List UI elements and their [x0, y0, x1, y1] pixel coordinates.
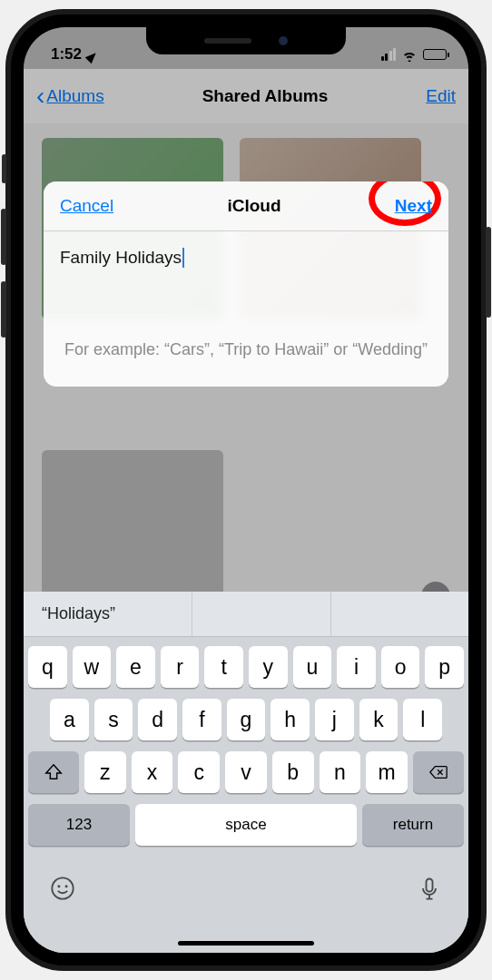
volume-down-button — [1, 281, 6, 338]
key-f[interactable]: f — [182, 699, 221, 740]
shift-key[interactable] — [28, 751, 79, 793]
key-h[interactable]: h — [271, 699, 310, 740]
key-c[interactable]: c — [178, 751, 220, 793]
status-time: 1:52 — [51, 45, 82, 64]
key-g[interactable]: g — [227, 699, 266, 740]
delete-key[interactable] — [413, 751, 464, 793]
key-j[interactable]: j — [315, 699, 354, 740]
album-name-value: Family Holidays — [60, 248, 182, 268]
key-x[interactable]: x — [132, 751, 173, 793]
suggestion-2[interactable] — [192, 592, 330, 636]
svg-rect-3 — [427, 879, 433, 892]
battery-icon — [423, 49, 447, 60]
album-name-input[interactable]: Family Holidays — [44, 231, 448, 331]
text-cursor — [182, 248, 184, 268]
key-d[interactable]: d — [138, 699, 177, 740]
emoji-button[interactable] — [49, 875, 76, 902]
key-z[interactable]: z — [84, 751, 126, 793]
key-r[interactable]: r — [161, 646, 200, 688]
cancel-button[interactable]: Cancel — [60, 196, 113, 216]
key-l[interactable]: l — [403, 699, 442, 740]
svg-point-0 — [52, 877, 73, 898]
key-n[interactable]: n — [320, 751, 361, 793]
input-hint-text: For example: “Cars”, “Trip to Hawaii” or… — [44, 331, 448, 387]
space-key[interactable]: space — [135, 804, 357, 846]
svg-point-2 — [65, 885, 68, 887]
dictation-button[interactable] — [416, 875, 443, 902]
svg-point-1 — [57, 885, 60, 887]
key-v[interactable]: v — [225, 751, 267, 793]
key-i[interactable]: i — [337, 646, 376, 688]
cellular-signal-icon — [381, 48, 397, 61]
key-a[interactable]: a — [50, 699, 89, 740]
power-button — [486, 227, 491, 318]
return-key[interactable]: return — [362, 804, 464, 846]
key-e[interactable]: e — [116, 646, 155, 688]
suggestion-3[interactable] — [331, 592, 468, 636]
key-s[interactable]: s — [94, 699, 133, 740]
phone-frame: 1:52 ‹ Albums Shared Albums E — [5, 9, 487, 971]
key-w[interactable]: w — [73, 646, 112, 688]
key-m[interactable]: m — [366, 751, 408, 793]
key-b[interactable]: b — [272, 751, 314, 793]
modal-title: iCloud — [227, 196, 280, 216]
new-shared-album-modal: Cancel iCloud Next Family Holidays For e… — [44, 181, 448, 387]
key-k[interactable]: k — [359, 699, 399, 740]
mute-switch — [2, 154, 6, 183]
volume-up-button — [1, 209, 6, 265]
key-y[interactable]: y — [249, 646, 288, 688]
key-p[interactable]: p — [425, 646, 464, 688]
key-u[interactable]: u — [293, 646, 332, 688]
device-notch — [146, 27, 346, 54]
key-q[interactable]: q — [28, 646, 67, 688]
key-t[interactable]: t — [204, 646, 243, 688]
next-button[interactable]: Next — [395, 196, 432, 216]
suggestion-1[interactable]: “Holidays” — [24, 592, 192, 636]
wifi-icon — [401, 48, 418, 61]
numeric-key[interactable]: 123 — [28, 804, 130, 846]
key-o[interactable]: o — [381, 646, 420, 688]
keyboard: “Holidays” qwertyuiop asdfghjkl zxcvbnm — [24, 592, 468, 953]
location-icon — [85, 46, 103, 64]
home-indicator[interactable] — [178, 941, 314, 946]
